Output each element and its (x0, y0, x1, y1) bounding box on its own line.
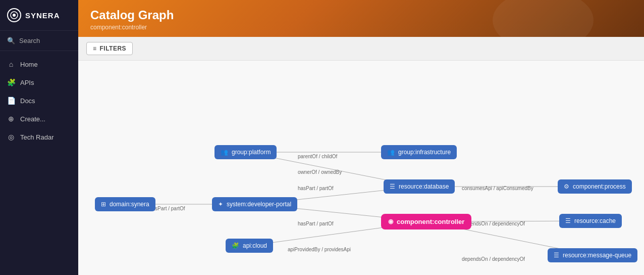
edge-label-group-platform-group-infrastructure: parentOf / childOf (298, 154, 337, 159)
node-label-resource-cache: resource:cache (574, 217, 616, 224)
page-subtitle: component:controller (90, 24, 632, 31)
tech-radar-icon: ◎ (7, 133, 15, 141)
search-icon: 🔍 (7, 37, 15, 44)
sidebar-item-docs[interactable]: 📄 Docs (0, 91, 78, 110)
node-icon-resource-cache: ☰ (565, 217, 571, 224)
node-label-component-controller: component:controller (397, 218, 464, 225)
sidebar-nav: ⌂ Home 🧩 APIs 📄 Docs ⊕ Create... ◎ Tech … (0, 51, 78, 275)
node-label-group-infrastructure: group:infrastructure (398, 149, 451, 156)
edge-label-system-developer-portal-resource-database: hasPart / partOf (298, 186, 334, 191)
node-label-resource-database: resource:database (399, 183, 449, 190)
search-label: Search (19, 37, 40, 44)
svg-point-1 (13, 14, 16, 17)
node-label-group-platform: group:platform (232, 149, 271, 156)
graph-node-domain-synera[interactable]: ⊞domain:synera (95, 197, 155, 211)
sidebar-item-tech-radar[interactable]: ◎ Tech Radar (0, 128, 78, 146)
page-title: Catalog Graph (90, 8, 632, 23)
sidebar-item-create[interactable]: ⊕ Create... (0, 110, 78, 128)
node-icon-resource-message-queue: ☰ (554, 252, 559, 259)
filters-label: fILtERS (100, 45, 127, 52)
node-icon-system-developer-portal: ✦ (218, 201, 223, 208)
create-icon: ⊕ (7, 115, 15, 123)
node-label-resource-message-queue: resource:message-queue (563, 252, 631, 259)
node-icon-group-platform: 👥 (221, 149, 228, 156)
edge-label-group-platform-resource-database: ownerOf / ownedBy (298, 169, 342, 175)
edge-label-component-controller-resource-message-queue: dependsOn / dependencyOf (462, 256, 525, 262)
graph-node-resource-cache[interactable]: ☰resource:cache (559, 214, 622, 228)
graph-node-component-controller[interactable]: ◉component:controller (381, 214, 471, 230)
filter-icon: ≡ (93, 45, 97, 52)
logo-text: SYNERA (25, 11, 60, 20)
search-bar[interactable]: 🔍 Search (0, 31, 78, 51)
sidebar-item-label: APIs (20, 79, 34, 86)
sidebar-item-apis[interactable]: 🧩 APIs (0, 73, 78, 91)
graph-edges (78, 61, 644, 275)
filters-bar: ≡ fILtERS (78, 37, 644, 61)
graph-node-api-cloud[interactable]: 🧩api:cloud (226, 239, 273, 253)
apis-icon: 🧩 (7, 78, 15, 86)
node-label-component-process: component:process (573, 183, 626, 190)
graph-node-component-process[interactable]: ⚙component:process (558, 179, 632, 194)
graph-canvas[interactable]: 👥group:platform👥group:infrastructure☰res… (78, 61, 644, 275)
logo-icon (7, 8, 21, 22)
sidebar: SYNERA 🔍 Search ⌂ Home 🧩 APIs 📄 Docs ⊕ C… (0, 0, 78, 275)
graph-node-group-infrastructure[interactable]: 👥group:infrastructure (381, 145, 457, 159)
node-label-domain-synera: domain:synera (110, 201, 149, 208)
graph-node-resource-database[interactable]: ☰resource:database (384, 179, 455, 194)
graph-node-group-platform[interactable]: 👥group:platform (214, 145, 277, 159)
graph-node-system-developer-portal[interactable]: ✦system:developer-portal (212, 197, 297, 211)
sidebar-item-home[interactable]: ⌂ Home (0, 55, 78, 73)
sidebar-item-label: Home (20, 61, 38, 68)
docs-icon: 📄 (7, 97, 15, 105)
node-icon-component-controller: ◉ (388, 218, 393, 225)
edge-label-system-developer-portal-component-controller: hasPart / partOf (298, 221, 334, 226)
page-header: Catalog Graph component:controller (78, 0, 644, 37)
node-icon-group-infrastructure: 👥 (387, 149, 395, 156)
node-label-system-developer-portal: system:developer-portal (227, 201, 291, 208)
node-icon-component-process: ⚙ (564, 183, 569, 190)
filters-button[interactable]: ≡ fILtERS (86, 42, 133, 55)
node-icon-domain-synera: ⊞ (101, 201, 106, 208)
graph-node-resource-message-queue[interactable]: ☰resource:message-queue (548, 248, 637, 262)
sidebar-item-label: Docs (20, 97, 35, 105)
edge-label-api-cloud-component-controller: apiProvidedBy / providesApi (288, 247, 351, 252)
edge-label-resource-database-component-process: consumesApi / apiConsumedBy (462, 186, 533, 191)
node-label-api-cloud: api:cloud (243, 242, 267, 249)
node-icon-api-cloud: 🧩 (232, 242, 239, 249)
sidebar-item-label: Create... (20, 115, 45, 123)
sidebar-item-label: Tech Radar (20, 133, 53, 141)
node-icon-resource-database: ☰ (390, 183, 395, 190)
main-content: Catalog Graph component:controller ≡ fIL… (78, 0, 644, 275)
logo: SYNERA (0, 0, 78, 31)
home-icon: ⌂ (7, 60, 15, 68)
